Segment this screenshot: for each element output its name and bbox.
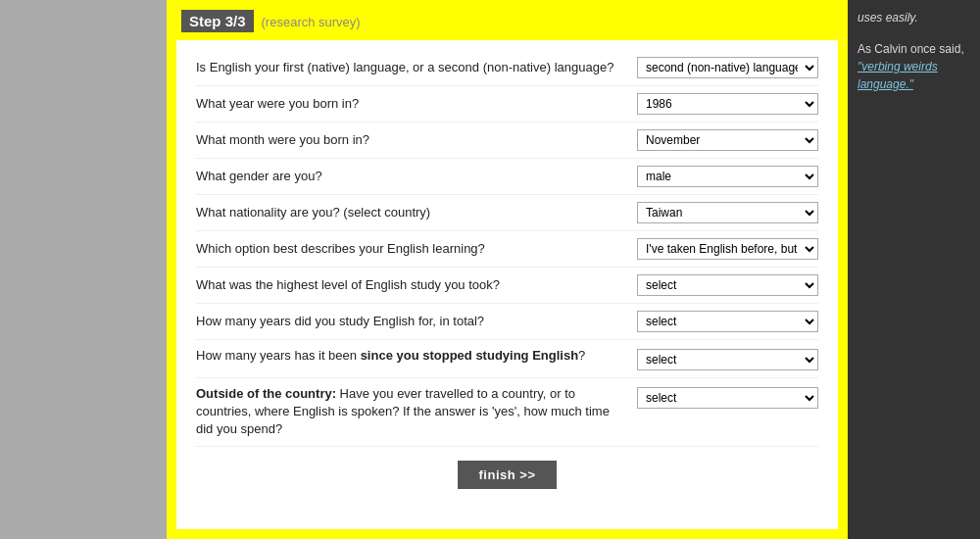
question-text-q9: How many years has it been since you sto… (196, 347, 637, 365)
select-q8[interactable]: select (637, 311, 818, 332)
quote-attr: As Calvin once said, "verbing weirds lan… (858, 40, 970, 93)
form-row-q8: How many years did you study English for… (196, 304, 818, 340)
question-text-q8: How many years did you study English for… (196, 313, 637, 330)
step-title: Step 3/3 (181, 10, 254, 32)
question-text-q10: Outside of the country: Have you ever tr… (196, 385, 637, 439)
step-header: Step 3/3 (research survey) (167, 0, 848, 40)
question-text-q2: What year were you born in? (196, 95, 637, 113)
select-q6[interactable]: select I've taken English before, but s (637, 238, 818, 260)
select-q2[interactable]: 1986 (637, 93, 818, 115)
select-q7[interactable]: select (637, 274, 818, 296)
form-area: Is English your first (native) language,… (176, 40, 838, 529)
select-q4[interactable]: select male female (637, 166, 818, 187)
form-row-q5: What nationality are you? (select countr… (196, 195, 818, 231)
form-row-q4: What gender are you? select male female (196, 159, 818, 195)
quote-link[interactable]: "verbing weirds language." (858, 60, 938, 91)
question-text-q4: What gender are you? (196, 168, 637, 185)
question-text-q6: Which option best describes your English… (196, 240, 637, 258)
form-row-q6: Which option best describes your English… (196, 231, 818, 268)
left-panel (0, 0, 167, 539)
right-panel: uses easily. As Calvin once said, "verbi… (848, 0, 980, 539)
select-q9[interactable]: select (637, 349, 818, 370)
select-q3[interactable]: select JanuaryFebruaryMarch AprilMayJune… (637, 129, 818, 151)
finish-button[interactable]: finish >> (458, 461, 558, 489)
form-row-q7: What was the highest level of English st… (196, 268, 818, 304)
form-row-q1: Is English your first (native) language,… (196, 50, 818, 86)
form-row-q3: What month were you born in? select Janu… (196, 122, 818, 159)
select-q5[interactable]: select Taiwan (637, 202, 818, 223)
main-area: Step 3/3 (research survey) Is English yo… (167, 0, 848, 539)
finish-row: finish >> (196, 447, 818, 497)
quote-attr-text: As Calvin once said, (858, 42, 964, 56)
question-text-q1: Is English your first (native) language,… (196, 59, 637, 76)
question-text-q3: What month were you born in? (196, 131, 637, 149)
select-q1[interactable]: first (native) language second (non-nati… (637, 57, 818, 78)
select-q10[interactable]: select (637, 387, 818, 409)
quote-top: uses easily. (858, 10, 970, 26)
question-text-q5: What nationality are you? (select countr… (196, 204, 637, 221)
form-row-q10: Outside of the country: Have you ever tr… (196, 378, 818, 447)
form-row-q9: How many years has it been since you sto… (196, 340, 818, 378)
form-row-q2: What year were you born in? 1986 (196, 86, 818, 122)
step-subtitle: (research survey) (262, 15, 361, 29)
question-text-q7: What was the highest level of English st… (196, 276, 637, 294)
